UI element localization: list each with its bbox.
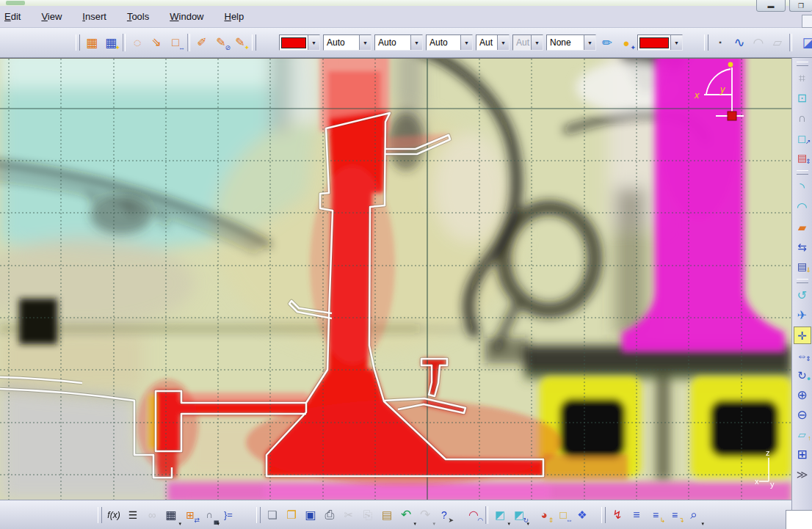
menu-window[interactable]: Window xyxy=(159,6,214,27)
constraints-dialog-icon[interactable]: ✎⊘ xyxy=(211,32,231,53)
sketcher-icon[interactable]: ◩▾ xyxy=(490,505,510,525)
anchor-handle[interactable] xyxy=(728,112,736,120)
view-mode-drag-handle[interactable] xyxy=(704,34,708,51)
chevron-down-icon[interactable]: ▼ xyxy=(460,35,472,50)
copy-icon[interactable]: ⎘ xyxy=(358,505,377,525)
design-table-icon[interactable]: ▦▾ xyxy=(162,505,181,525)
dropdown-caret[interactable]: ▾ xyxy=(701,521,704,527)
minimize-button[interactable]: ▬ xyxy=(756,0,786,12)
multi-view-icon[interactable]: ⊞ xyxy=(794,445,811,463)
auto-constraint-icon[interactable]: ❖ xyxy=(573,505,592,525)
eraser-icon[interactable]: ▰ xyxy=(794,218,811,236)
search-icon[interactable]: ⌕▾ xyxy=(684,505,703,525)
formula-fx-icon[interactable]: f(x) xyxy=(104,505,123,525)
sketch-tools-drag-handle[interactable] xyxy=(76,34,80,51)
solid-icon[interactable]: ▱ xyxy=(768,32,787,53)
scale-item-icon[interactable]: ◻↗ xyxy=(794,129,811,147)
rotate-sketch-icon[interactable]: ↺ xyxy=(794,287,811,304)
dropdown-caret[interactable]: ▾ xyxy=(526,521,529,527)
construction-element-icon[interactable]: ◌ xyxy=(128,32,147,53)
relations-icon[interactable]: ⊞⇄ xyxy=(181,505,200,525)
equivalent-dimensions-icon[interactable]: }= xyxy=(219,505,238,525)
filter-combo[interactable]: None▼ xyxy=(546,34,596,51)
restore-button[interactable]: ❐ xyxy=(789,0,812,12)
origin-point[interactable] xyxy=(728,62,733,68)
cut-icon[interactable]: ✂ xyxy=(339,505,358,525)
pan-icon[interactable]: ⇔⇕ xyxy=(794,346,811,364)
sweep-surface-icon[interactable]: ◠◠ xyxy=(464,505,483,525)
standard-bar-drag-handle[interactable] xyxy=(256,507,261,523)
render-style-combo[interactable]: Aut▼ xyxy=(476,34,510,51)
layers-stack-icon[interactable]: ▤⇓ xyxy=(794,258,811,275)
operation-bar-drag-handle[interactable] xyxy=(797,170,808,175)
point-symbol-combo[interactable]: Auto▼ xyxy=(426,34,473,51)
knowledge-bar-drag-handle[interactable] xyxy=(98,507,102,523)
chevron-down-icon[interactable]: ▼ xyxy=(670,35,682,50)
undo-icon[interactable]: ↶▾ xyxy=(396,505,416,525)
surface-icon[interactable]: ◠ xyxy=(749,32,768,53)
structure-list-icon[interactable]: ≡ xyxy=(627,505,646,525)
constraint-icon[interactable]: □⇔ xyxy=(554,505,573,525)
graphic-properties-drag-handle[interactable] xyxy=(252,34,256,51)
dimensional-constraints-icon[interactable]: □↔ xyxy=(166,32,185,53)
wizard-icon[interactable]: ●✦ xyxy=(617,32,636,53)
chevron-down-icon[interactable]: ▼ xyxy=(584,35,595,50)
paste-icon[interactable]: ▤ xyxy=(377,505,396,525)
sketch-canvas[interactable]: x y z x y xyxy=(0,58,791,500)
fill-color-combo[interactable]: ▼ xyxy=(279,34,320,51)
chevron-down-icon[interactable]: ▼ xyxy=(531,35,543,50)
grid-icon[interactable]: ▦ xyxy=(82,32,101,53)
constraint-dialog-icon[interactable]: ◕⇕ xyxy=(534,505,554,525)
quick-trim-icon[interactable]: ⇆ xyxy=(794,238,811,255)
menu-edit[interactable]: Edit xyxy=(0,6,31,27)
comment-icon[interactable]: ☰ xyxy=(123,505,142,525)
edge-color-combo[interactable]: ▼ xyxy=(637,34,683,51)
arc-icon[interactable]: ◠ xyxy=(794,198,811,216)
workbench-icon[interactable]: ◪➤ xyxy=(799,32,812,53)
line-type-combo[interactable]: Auto▼ xyxy=(323,34,371,51)
catalog-icon[interactable]: ↯ xyxy=(608,505,627,525)
corner-icon[interactable]: ◝ xyxy=(794,178,811,196)
redo-icon[interactable]: ↷▾ xyxy=(416,505,435,525)
geometrical-constraints-icon[interactable]: ⇘ xyxy=(147,32,166,53)
whats-this-icon[interactable]: ?➤ xyxy=(435,505,454,525)
link-icon[interactable]: ∞ xyxy=(142,505,162,525)
chevron-down-icon[interactable]: ▼ xyxy=(359,35,371,50)
menu-tools[interactable]: Tools xyxy=(117,6,159,27)
dimension-constraint-icon[interactable]: ⊡ xyxy=(794,90,811,107)
save-icon[interactable]: ▣ xyxy=(301,505,320,525)
spline-icon[interactable]: ∿ xyxy=(730,32,749,53)
view-bar-drag-handle[interactable] xyxy=(797,279,808,283)
menu-help[interactable]: Help xyxy=(214,6,255,27)
lock-icon[interactable]: ∩▄▾ xyxy=(200,505,219,525)
line-weight-combo[interactable]: Auto▼ xyxy=(374,34,423,51)
output-profile-icon[interactable]: ≡↴ xyxy=(665,505,684,525)
normal-view-icon[interactable]: ▱↑ xyxy=(794,426,811,443)
exit-workbench-icon[interactable]: ◩↻▾ xyxy=(510,505,529,525)
snap-to-point-icon[interactable]: ▦✦ xyxy=(101,32,120,53)
constraint-bar-drag-handle[interactable] xyxy=(797,62,808,66)
new-document-icon[interactable]: ❏ xyxy=(263,505,282,525)
menu-insert[interactable]: Insert xyxy=(72,6,117,27)
fit-all-in-icon[interactable]: ✛ xyxy=(794,326,811,344)
point-icon[interactable]: ▪ xyxy=(711,32,730,53)
fly-mode-icon[interactable]: ✈ xyxy=(794,307,811,324)
paperclip-icon[interactable]: ∩ xyxy=(794,109,811,127)
layer-combo[interactable]: Aut▼ xyxy=(512,34,543,51)
menu-view[interactable]: View xyxy=(31,6,72,27)
chevron-down-icon[interactable]: ▼ xyxy=(410,35,422,50)
chevron-down-icon[interactable]: ▼ xyxy=(308,35,319,50)
rotate-view-icon[interactable]: ↻● xyxy=(794,366,811,384)
print-icon[interactable]: ⎙ xyxy=(320,505,339,525)
animate-constraint-icon[interactable]: ✎✦ xyxy=(231,32,250,53)
more-toolbars-chevron[interactable]: ≫ xyxy=(794,465,811,483)
zoom-out-icon[interactable]: ⊖ xyxy=(794,406,811,423)
zoom-in-icon[interactable]: ⊕ xyxy=(794,386,811,404)
painter-icon[interactable]: ✏ xyxy=(598,32,617,53)
sketch-analysis-icon[interactable]: ⌗ xyxy=(794,70,811,87)
tools-bar-drag-handle[interactable] xyxy=(601,507,606,523)
child-window-controls[interactable] xyxy=(802,15,812,28)
anchor-dimensions-icon[interactable]: ▤⇕ xyxy=(794,149,811,167)
output-line-icon[interactable]: ≡↳ xyxy=(646,505,665,525)
open-icon[interactable]: ❐ xyxy=(282,505,301,525)
